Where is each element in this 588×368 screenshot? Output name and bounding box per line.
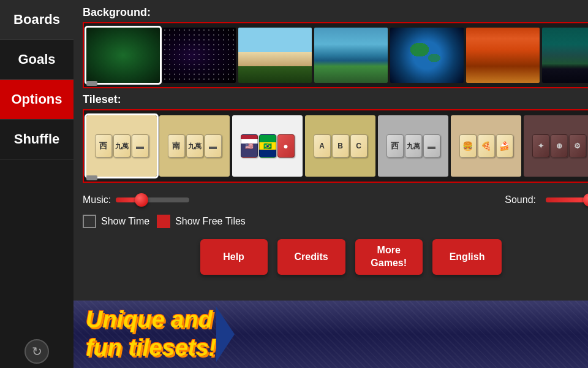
show-time-checkbox[interactable]: Show Time	[83, 215, 149, 228]
tile-preview: C	[350, 134, 368, 158]
tileset-food[interactable]: 🍔 🍕 🍰	[451, 115, 521, 177]
refresh-icon: ↻	[32, 344, 42, 359]
tile-preview: 九萬	[186, 134, 203, 158]
background-label: Background:	[83, 6, 588, 19]
banner-chevron	[216, 307, 235, 362]
sidebar-bottom: ↻	[0, 334, 74, 368]
sound-track	[546, 197, 588, 202]
bg-thumb-desert[interactable]	[466, 28, 540, 83]
show-time-box[interactable]	[83, 215, 96, 228]
tile-preview: 九萬	[405, 134, 422, 158]
background-scroll[interactable]	[83, 22, 588, 88]
tile-preview: 🍕	[478, 134, 495, 158]
bg-thumb-aurora[interactable]	[542, 28, 588, 83]
tileset-beige2[interactable]: 南 九萬 ▬	[159, 115, 230, 177]
tileset-dark[interactable]: ✦ ⊕ ⚙	[524, 115, 588, 177]
tileset-chinese[interactable]: 西 九萬 ▬	[86, 115, 157, 177]
tile-preview: ✦	[532, 134, 549, 158]
refresh-button[interactable]: ↻	[24, 339, 49, 364]
english-button[interactable]: English	[432, 239, 502, 275]
tileset-scroll-left[interactable]	[86, 175, 97, 180]
music-track	[116, 197, 189, 202]
buttons-row: Help Credits MoreGames! English	[83, 239, 588, 275]
music-slider[interactable]	[116, 194, 189, 206]
banner-text: Unique and fun tilesets!	[86, 306, 216, 362]
controls-row: Music: Sound:	[83, 194, 588, 206]
tile-preview: 南	[168, 134, 185, 158]
tile-preview: ●	[277, 134, 295, 158]
sidebar-item-boards[interactable]: Boards	[0, 0, 74, 40]
show-time-label: Show Time	[101, 216, 149, 227]
bg-thumb-earth[interactable]	[390, 28, 464, 83]
tile-preview: ▬	[132, 134, 149, 158]
bg-thumb-beach[interactable]	[238, 28, 312, 83]
tile-preview: 🍔	[459, 134, 477, 158]
sidebar-item-shuffle[interactable]: Shuffle	[0, 120, 74, 159]
tile-preview: 西	[386, 134, 404, 158]
tile-preview: ▬	[423, 134, 440, 158]
checkboxes-row: Show Time Show Free Tiles	[83, 215, 588, 228]
background-thumbnails	[84, 23, 588, 87]
credits-button[interactable]: Credits	[277, 239, 345, 275]
tile-preview: ▬	[205, 134, 222, 158]
show-free-tiles-checkbox[interactable]: Show Free Tiles	[157, 215, 246, 228]
help-button[interactable]: Help	[200, 239, 268, 275]
sidebar-item-options[interactable]: Options	[0, 80, 74, 120]
tile-preview: 🍰	[496, 134, 513, 158]
tileset-label: Tileset:	[83, 93, 588, 106]
sidebar: Boards Goals Options Shuffle ↻	[0, 0, 74, 368]
sidebar-item-goals[interactable]: Goals	[0, 40, 74, 80]
banner-shape: Unique and fun tilesets!	[86, 306, 216, 362]
tile-preview: 西	[95, 134, 112, 158]
music-thumb[interactable]	[135, 193, 148, 207]
tileset-scroll[interactable]: 西 九萬 ▬ 南 九萬 ▬ 🇺🇸 🇧🇷 ● A B C	[83, 109, 588, 183]
show-free-tiles-box[interactable]	[157, 215, 170, 228]
tile-preview: 九萬	[113, 134, 130, 158]
promo-banner: Unique and fun tilesets!	[74, 301, 588, 368]
more-games-button[interactable]: MoreGames!	[355, 239, 423, 275]
tileset-flags[interactable]: 🇺🇸 🇧🇷 ●	[232, 115, 303, 177]
bg-thumb-galaxy[interactable]	[162, 28, 236, 83]
tile-preview: ⚙	[569, 134, 586, 158]
main-content: Background: Tileset: 西 九萬 ▬ 南 九萬	[74, 0, 588, 368]
tile-preview: 🇧🇷	[259, 134, 276, 158]
background-scroll-left[interactable]	[86, 81, 97, 86]
bg-thumb-green[interactable]	[86, 28, 160, 83]
sound-slider[interactable]	[546, 194, 588, 206]
more-games-label: MoreGames!	[371, 245, 407, 268]
tile-preview: B	[332, 134, 349, 158]
tile-preview: A	[314, 134, 331, 158]
tile-preview: ⊕	[551, 134, 568, 158]
sound-thumb[interactable]	[583, 193, 588, 207]
tileset-gray[interactable]: 西 九萬 ▬	[378, 115, 448, 177]
tileset-thumbnails: 西 九萬 ▬ 南 九萬 ▬ 🇺🇸 🇧🇷 ● A B C	[84, 110, 588, 182]
tile-preview: 🇺🇸	[241, 134, 258, 158]
music-label: Music:	[83, 194, 111, 205]
sound-label: Sound:	[505, 194, 536, 205]
bg-thumb-lake[interactable]	[314, 28, 388, 83]
show-free-tiles-label: Show Free Tiles	[175, 216, 246, 227]
tileset-abc[interactable]: A B C	[305, 115, 375, 177]
